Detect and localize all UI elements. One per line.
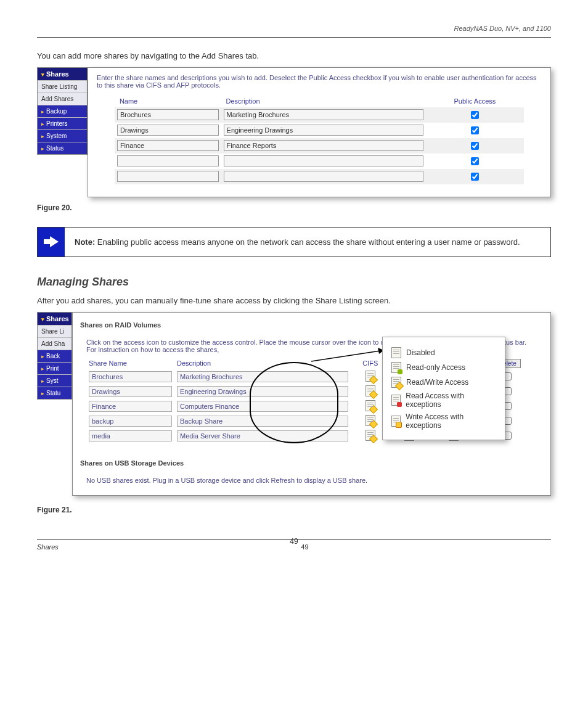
col-desc: Description: [221, 95, 426, 107]
nav-system[interactable]: ▸Syst: [38, 374, 71, 387]
note-box: Note: Enabling public access means anyon…: [37, 227, 551, 258]
add-panel-help: Enter the share names and descriptions y…: [97, 74, 542, 89]
nav-status[interactable]: ▸Status: [38, 142, 87, 154]
raid-section-title: Shares on RAID Volumes: [80, 321, 543, 329]
name-input[interactable]: [117, 155, 219, 166]
page-number: 49: [301, 543, 308, 551]
running-header: ReadyNAS Duo, NV+, and 1100: [37, 25, 551, 32]
desc-input[interactable]: [224, 125, 423, 136]
name-input[interactable]: [117, 125, 219, 136]
nav-backup[interactable]: ▸Backup: [38, 105, 87, 117]
figure-21-label: Figure 21.: [37, 506, 551, 514]
desc-input[interactable]: [224, 140, 423, 151]
managing-shares-text: After you add shares, you can manually f…: [37, 295, 551, 307]
col-share-name: Share Name: [86, 357, 174, 369]
pub-checkbox[interactable]: [471, 173, 479, 181]
nav-head: ▾Shares: [38, 68, 87, 80]
col-pub: Public Access: [426, 95, 524, 107]
readonly-icon: [391, 362, 401, 373]
callout-circle: [250, 362, 338, 443]
note-arrow-icon: [38, 228, 65, 257]
managing-shares-heading: Managing Shares: [37, 276, 551, 289]
header-rule: [37, 37, 551, 38]
nav-add-shares[interactable]: Add Shares: [38, 92, 87, 105]
figure-20-label: Figure 20.: [37, 203, 551, 212]
add-shares-panel: Enter the share names and descriptions y…: [88, 67, 551, 197]
readwrite-icon: [391, 377, 401, 388]
access-legend: Disabled Read-only Access Read/Write Acc…: [382, 337, 505, 440]
shares-nav-2: ▾Shares Share Li Add Sha ▸Back ▸Print ▸S…: [37, 312, 72, 400]
desc-input[interactable]: [224, 171, 423, 182]
pub-checkbox[interactable]: [471, 126, 479, 134]
intro-text: You can add more shares by navigating to…: [37, 50, 551, 62]
disabled-icon: [391, 347, 401, 358]
desc-input[interactable]: [224, 109, 423, 120]
nav-printers[interactable]: ▸Printers: [38, 117, 87, 129]
callout-arrow: [311, 349, 391, 367]
name-input[interactable]: [117, 109, 219, 120]
shares-nav: ▾Shares Share Listing Add Shares ▸Backup…: [37, 67, 88, 155]
read-except-icon: [391, 395, 401, 406]
pub-checkbox[interactable]: [471, 142, 479, 150]
footer-section: Shares: [37, 543, 59, 551]
add-row: [115, 154, 524, 169]
cifs-icon[interactable]: [365, 415, 375, 426]
nav-printers[interactable]: ▸Print: [38, 362, 71, 374]
write-except-icon: [391, 416, 401, 427]
usb-text: No USB shares exist. Plug in a USB stora…: [80, 472, 543, 489]
usb-section-title: Shares on USB Storage Devices: [80, 459, 543, 467]
add-row: [115, 123, 524, 138]
note-text: Note: Enabling public access means anyon…: [65, 228, 550, 257]
nav-backup[interactable]: ▸Back: [38, 350, 71, 362]
nav-system[interactable]: ▸System: [38, 129, 87, 142]
cifs-icon[interactable]: [365, 371, 375, 382]
col-name: Name: [115, 95, 221, 107]
add-row: [115, 169, 524, 184]
desc-input[interactable]: [224, 155, 423, 166]
svg-line-0: [311, 350, 384, 361]
nav-share-listing[interactable]: Share Li: [38, 325, 71, 337]
pub-checkbox[interactable]: [471, 111, 479, 119]
nav-share-listing[interactable]: Share Listing: [38, 80, 87, 92]
nav-add-shares[interactable]: Add Sha: [38, 337, 71, 350]
add-row: [115, 107, 524, 123]
name-input[interactable]: [117, 171, 219, 182]
nav-status[interactable]: ▸Statu: [38, 387, 71, 399]
cifs-icon[interactable]: [365, 400, 375, 411]
name-input[interactable]: [117, 140, 219, 151]
add-row: [115, 138, 524, 154]
page-number-center: 49: [37, 537, 551, 546]
nav-head: ▾Shares: [38, 313, 71, 325]
cifs-icon[interactable]: [365, 430, 375, 441]
cifs-icon[interactable]: [365, 385, 375, 396]
pub-checkbox[interactable]: [471, 157, 479, 165]
add-shares-table: Name Description Public Access: [115, 95, 524, 184]
